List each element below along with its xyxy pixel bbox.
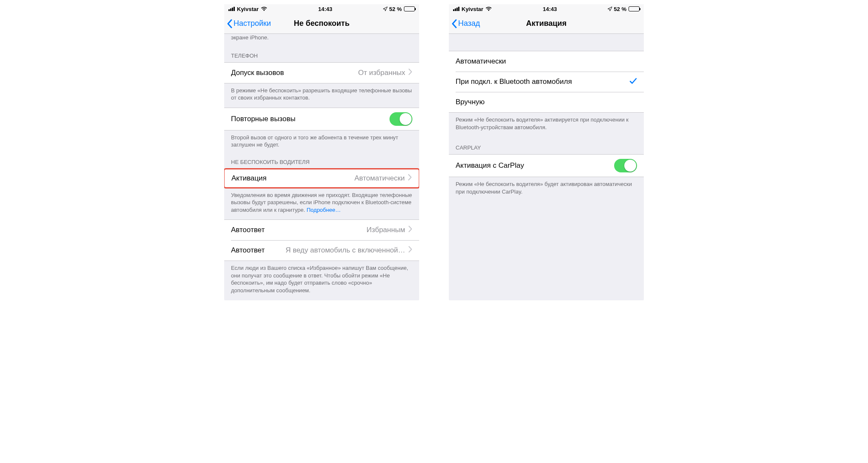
activation-value: Автоматически (267, 174, 405, 183)
option-bluetooth[interactable]: При подкл. к Bluetooth автомобиля (449, 72, 644, 92)
back-label: Назад (458, 19, 480, 28)
option-automatic[interactable]: Автоматически (449, 51, 644, 72)
repeat-calls-toggle[interactable] (389, 112, 412, 126)
options-footer: Режим «Не беспокоить водителя» активируе… (449, 113, 644, 137)
allow-calls-footer: В режиме «Не беспокоить» разрешить входя… (224, 83, 419, 108)
nav-bar: Назад Активация (449, 14, 644, 34)
section-header-phone: ТЕЛЕФОН (224, 45, 419, 62)
option-bluetooth-label: При подкл. к Bluetooth автомобиля (456, 78, 572, 86)
autoreply-message-value: Я веду автомобиль с включенной… (264, 246, 405, 255)
option-manual[interactable]: Вручную (449, 92, 644, 112)
battery-icon (404, 6, 415, 11)
battery-percent: 52 % (614, 6, 626, 12)
section-header-carplay: CARPLAY (449, 137, 644, 154)
autoreply-footer: Если люди из Вашего списка «Избранное» н… (224, 261, 419, 300)
checkmark-icon (629, 78, 637, 86)
allow-calls-value: От избранных (284, 69, 405, 77)
section-header-driver: НЕ БЕСПОКОИТЬ ВОДИТЕЛЯ (224, 155, 419, 169)
nav-bar: Настройки Не беспокоить (224, 14, 419, 34)
battery-icon (629, 6, 640, 11)
clock: 14:43 (543, 6, 557, 12)
location-icon (607, 6, 612, 11)
option-automatic-label: Автоматически (456, 57, 506, 66)
content: экране iPhone. ТЕЛЕФОН Допуск вызовов От… (224, 34, 419, 300)
chevron-left-icon (451, 19, 457, 28)
allow-calls-row[interactable]: Допуск вызовов От избранных (224, 63, 419, 83)
repeat-calls-footer: Второй вызов от одного и того же абонент… (224, 130, 419, 155)
chevron-right-icon (409, 246, 412, 255)
repeat-calls-label: Повторные вызовы (231, 115, 295, 123)
wifi-icon (261, 6, 267, 11)
status-bar: Kyivstar 14:43 52 % (449, 4, 644, 14)
wifi-icon (485, 6, 492, 11)
signal-icon (228, 7, 235, 11)
activation-footer: Уведомления во время движения не приходя… (224, 188, 419, 220)
battery-percent: 52 % (389, 6, 402, 12)
learn-more-link[interactable]: Подробнее… (307, 207, 341, 213)
carplay-activation-toggle[interactable] (614, 159, 637, 172)
back-button[interactable]: Настройки (224, 19, 271, 28)
autoreply-to-label: Автоответ (231, 226, 264, 234)
chevron-left-icon (227, 19, 233, 28)
chevron-right-icon (409, 69, 412, 77)
allow-calls-label: Допуск вызовов (231, 69, 284, 77)
back-label: Настройки (234, 19, 271, 28)
screen-activation: Kyivstar 14:43 52 % Назад Активация Авто… (449, 4, 644, 300)
carrier-label: Kyivstar (237, 6, 259, 12)
signal-icon (453, 7, 459, 11)
option-manual-label: Вручную (456, 98, 485, 106)
autoreply-message-label: Автоответ (231, 246, 264, 255)
autoreply-to-value: Избранным (264, 226, 405, 234)
content: Автоматически При подкл. к Bluetooth авт… (449, 34, 644, 300)
carplay-activation-label: Активация с CarPlay (456, 161, 524, 170)
screen-do-not-disturb: Kyivstar 14:43 52 % Настройки Не беспоко… (224, 4, 419, 300)
autoreply-message-row[interactable]: Автоответ Я веду автомобиль с включенной… (224, 240, 419, 261)
activation-row[interactable]: Активация Автоматически (224, 168, 419, 189)
back-button[interactable]: Назад (449, 19, 480, 28)
chevron-right-icon (409, 226, 412, 234)
clock: 14:43 (318, 6, 332, 12)
carplay-activation-row[interactable]: Активация с CarPlay (449, 155, 644, 177)
autoreply-to-row[interactable]: Автоответ Избранным (224, 220, 419, 240)
location-icon (383, 6, 388, 11)
carplay-footer: Режим «Не беспокоить водителя» будет акт… (449, 177, 644, 201)
activation-label: Активация (231, 174, 267, 183)
repeat-calls-row[interactable]: Повторные вызовы (224, 108, 419, 130)
truncated-footer: экране iPhone. (224, 34, 419, 45)
carrier-label: Kyivstar (462, 6, 483, 12)
status-bar: Kyivstar 14:43 52 % (224, 4, 419, 14)
chevron-right-icon (408, 174, 412, 183)
